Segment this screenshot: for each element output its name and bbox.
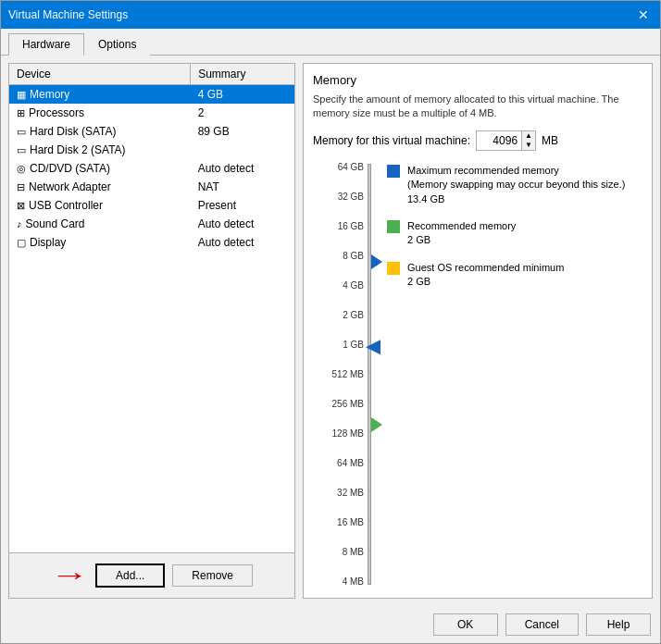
table-row[interactable]: ⊠USB Controller Present xyxy=(9,196,294,215)
slider-track-container xyxy=(364,160,392,588)
device-summary: NAT xyxy=(191,178,294,196)
device-summary: Auto detect xyxy=(191,233,294,252)
tab-options[interactable]: Options xyxy=(84,33,150,56)
device-table-wrapper: Device Summary ▦Memory 4 GB ⊞Processors … xyxy=(9,64,294,552)
device-action-buttons: → Add... Remove xyxy=(9,552,294,598)
table-row[interactable]: ▦Memory 4 GB xyxy=(9,85,294,105)
tab-bar: Hardware Options xyxy=(1,29,660,56)
legend-recommended: Recommended memory 2 GB xyxy=(387,219,642,248)
table-row[interactable]: ⊞Processors 2 xyxy=(9,104,294,122)
disk-icon: ▭ xyxy=(17,144,26,155)
memory-spinner[interactable]: ▲ ▼ xyxy=(476,130,536,151)
scale-label: 8 MB xyxy=(343,547,364,557)
window-title: Virtual Machine Settings xyxy=(8,8,128,21)
device-name: ▦Memory xyxy=(9,85,191,105)
device-summary: Present xyxy=(191,196,294,215)
title-bar: Virtual Machine Settings ✕ xyxy=(1,1,660,29)
device-name: ⊞Processors xyxy=(9,104,191,122)
bottom-buttons: OK Cancel Help xyxy=(1,606,660,643)
memory-value-input[interactable] xyxy=(477,131,521,150)
memory-input-row: Memory for this virtual machine: ▲ ▼ MB xyxy=(313,130,642,151)
memory-title: Memory xyxy=(313,73,642,87)
legend-max-text: Maximum recommended memory (Memory swapp… xyxy=(407,164,625,206)
spinner-down-button[interactable]: ▼ xyxy=(522,141,535,150)
device-name: ⊟Network Adapter xyxy=(9,178,191,196)
scale-label: 16 GB xyxy=(338,221,364,231)
device-summary: 89 GB xyxy=(191,122,294,141)
close-button[interactable]: ✕ xyxy=(634,8,653,21)
usb-icon: ⊠ xyxy=(17,200,25,211)
legend-max-value: 13.4 GB xyxy=(407,193,444,204)
add-button[interactable]: Add... xyxy=(95,564,165,588)
legend-guest-label: Guest OS recommended minimum xyxy=(407,262,564,273)
scale-label: 4 MB xyxy=(343,576,364,587)
scale-label: 256 MB xyxy=(332,399,364,409)
disk-icon: ▭ xyxy=(17,126,26,137)
legend-recommended-label: Recommended memory xyxy=(407,220,516,231)
scale-label: 512 MB xyxy=(332,369,364,379)
table-row[interactable]: ▭Hard Disk (SATA) 89 GB xyxy=(9,122,294,141)
remove-button[interactable]: Remove xyxy=(172,564,253,587)
memory-panel: Memory Specify the amount of memory allo… xyxy=(303,63,653,599)
scale-label: 128 MB xyxy=(332,428,364,439)
scale-label: 4 GB xyxy=(343,280,364,291)
slider-track xyxy=(368,164,371,585)
legend-recommended-value: 2 GB xyxy=(407,234,430,245)
scale-label: 32 GB xyxy=(338,192,364,202)
scale-label: 8 GB xyxy=(343,251,364,261)
device-name: ▭Hard Disk (SATA) xyxy=(9,122,191,141)
processor-icon: ⊞ xyxy=(17,107,25,118)
device-name: ▭Hard Disk 2 (SATA) xyxy=(9,141,191,159)
table-row[interactable]: ♪Sound Card Auto detect xyxy=(9,215,294,233)
scale-label: 16 MB xyxy=(337,517,364,527)
network-icon: ⊟ xyxy=(17,181,25,192)
memory-legend: Maximum recommended memory (Memory swapp… xyxy=(387,160,642,588)
device-summary: Auto detect xyxy=(191,215,294,233)
legend-guest-text: Guest OS recommended minimum 2 GB xyxy=(407,261,564,290)
table-row[interactable]: ⊟Network Adapter NAT xyxy=(9,178,294,196)
legend-max-label: Maximum recommended memory xyxy=(407,165,559,176)
legend-max-recommended: Maximum recommended memory (Memory swapp… xyxy=(387,164,642,206)
arrow-indicator: → xyxy=(51,561,88,590)
scale-and-slider: 64 GB32 GB16 GB8 GB4 GB2 GB1 GB512 MB256… xyxy=(313,160,387,588)
current-memory-arrow[interactable] xyxy=(366,340,380,354)
help-button[interactable]: Help xyxy=(586,613,651,636)
legend-max-sublabel: (Memory swapping may occur beyond this s… xyxy=(407,179,625,190)
device-panel: Device Summary ▦Memory 4 GB ⊞Processors … xyxy=(8,63,295,599)
table-row[interactable]: ▢Display Auto detect xyxy=(9,233,294,252)
device-name: ▢Display xyxy=(9,233,191,252)
memory-icon: ▦ xyxy=(17,89,26,100)
legend-recommended-text: Recommended memory 2 GB xyxy=(407,219,516,248)
ok-button[interactable]: OK xyxy=(433,613,498,636)
device-list-container: Device Summary ▦Memory 4 GB ⊞Processors … xyxy=(9,64,294,598)
scale-label: 64 MB xyxy=(337,458,364,468)
memory-description: Specify the amount of memory allocated t… xyxy=(313,93,642,121)
memory-unit: MB xyxy=(542,134,558,147)
device-summary xyxy=(191,141,294,159)
max-recommended-arrow xyxy=(371,254,382,269)
device-name: ⊠USB Controller xyxy=(9,196,191,215)
cancel-button[interactable]: Cancel xyxy=(505,613,579,636)
device-table: Device Summary ▦Memory 4 GB ⊞Processors … xyxy=(9,64,294,252)
scale-label: 1 GB xyxy=(343,340,364,350)
scale-label: 2 GB xyxy=(343,310,364,320)
scale-label: 32 MB xyxy=(337,488,364,498)
tab-hardware[interactable]: Hardware xyxy=(8,33,84,56)
memory-visual-area: 64 GB32 GB16 GB8 GB4 GB2 GB1 GB512 MB256… xyxy=(313,160,642,588)
spinner-up-button[interactable]: ▲ xyxy=(522,131,535,141)
device-summary: 2 xyxy=(191,104,294,122)
cdrom-icon: ◎ xyxy=(17,163,26,174)
table-row[interactable]: ◎CD/DVD (SATA) Auto detect xyxy=(9,159,294,178)
device-name: ♪Sound Card xyxy=(9,215,191,233)
column-summary: Summary xyxy=(191,64,294,85)
memory-scale: 64 GB32 GB16 GB8 GB4 GB2 GB1 GB512 MB256… xyxy=(313,160,364,588)
scale-label: 64 GB xyxy=(338,162,364,172)
virtual-machine-settings-window: Virtual Machine Settings ✕ Hardware Opti… xyxy=(0,0,661,644)
display-icon: ▢ xyxy=(17,237,26,248)
device-summary: Auto detect xyxy=(191,159,294,178)
content-area: Device Summary ▦Memory 4 GB ⊞Processors … xyxy=(1,56,660,606)
spinner-buttons: ▲ ▼ xyxy=(521,131,535,150)
column-device: Device xyxy=(9,64,191,85)
table-row[interactable]: ▭Hard Disk 2 (SATA) xyxy=(9,141,294,159)
device-name: ◎CD/DVD (SATA) xyxy=(9,159,191,178)
